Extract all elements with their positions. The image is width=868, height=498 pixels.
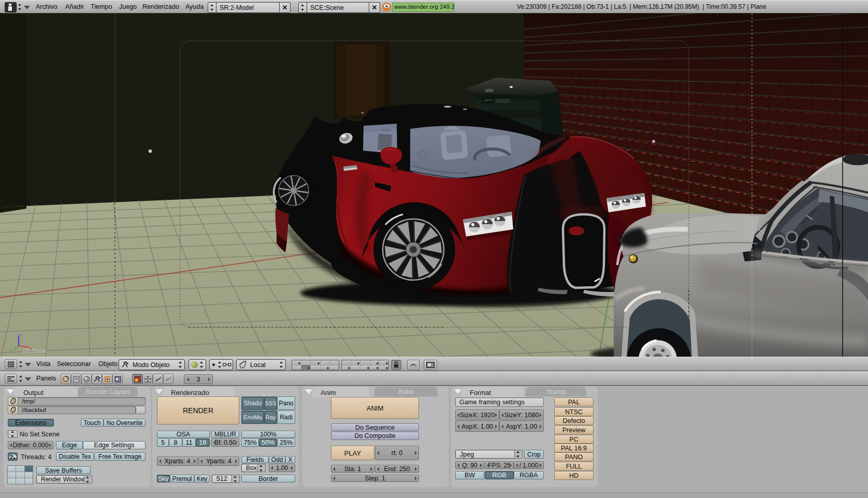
svg-text:y: y — [9, 348, 12, 353]
svg-text:(3) Plane: (3) Plane — [23, 347, 46, 354]
svg-text:z: z — [20, 332, 22, 338]
